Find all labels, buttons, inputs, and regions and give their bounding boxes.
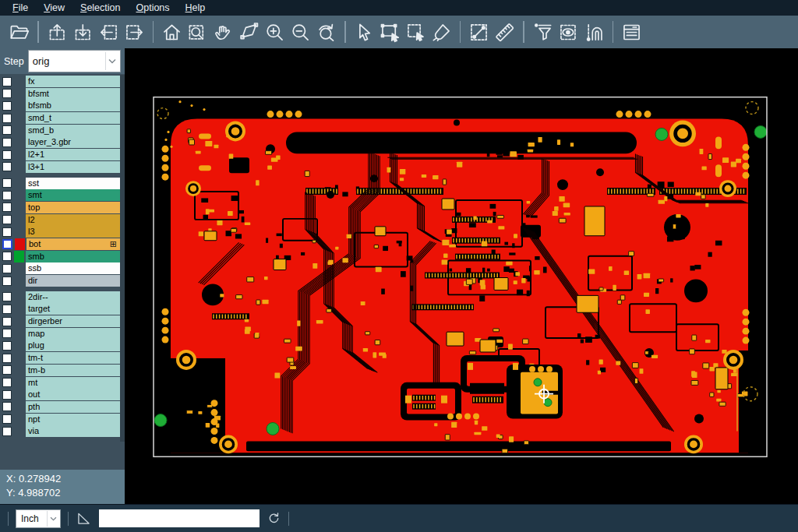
layer-row-bfsmb[interactable]: bfsmb: [0, 100, 120, 111]
layer-row-ssb[interactable]: ssb: [0, 262, 120, 274]
clear-brush-button[interactable]: [429, 18, 454, 46]
measure-ruler-button[interactable]: [492, 18, 517, 46]
layer-checkbox[interactable]: [2, 329, 12, 338]
import-step-down-button[interactable]: [70, 18, 96, 46]
layer-checkbox[interactable]: [2, 390, 12, 400]
layer-row-dirgerber[interactable]: dirgerber: [0, 315, 120, 327]
layer-color-swatch: [14, 112, 24, 124]
refresh-icon[interactable]: [267, 511, 281, 526]
command-input[interactable]: [99, 509, 260, 527]
toolbar-separator: [153, 21, 154, 43]
zoom-previous-button[interactable]: [313, 18, 339, 46]
menu-file[interactable]: File: [5, 0, 36, 16]
snap-angle-icon[interactable]: [76, 510, 92, 527]
layer-checkbox[interactable]: [2, 402, 12, 411]
layer-row-l2[interactable]: l2: [0, 214, 120, 226]
pcb-drawing[interactable]: [125, 48, 798, 504]
layer-row-dir[interactable]: dir: [0, 275, 120, 287]
zoom-in-button[interactable]: [262, 18, 288, 46]
layer-checkbox[interactable]: [2, 264, 12, 273]
layer-checkbox[interactable]: [2, 277, 12, 286]
select-rectangle-button[interactable]: [377, 18, 403, 46]
menu-view[interactable]: View: [36, 0, 72, 16]
open-file-button[interactable]: [6, 18, 32, 46]
layer-checkbox[interactable]: [2, 203, 12, 212]
select-cursor-button[interactable]: [351, 18, 377, 46]
layer-row-mt[interactable]: mt: [0, 377, 120, 389]
layer-checkbox[interactable]: [2, 378, 12, 387]
layer-checkbox[interactable]: [2, 162, 12, 171]
layer-row-npt[interactable]: npt: [0, 414, 120, 425]
zoom-out-button[interactable]: [288, 18, 313, 46]
layer-label: map: [26, 328, 120, 340]
layer-row-2dir-[interactable]: 2dir--: [0, 291, 120, 303]
cursor-coordinates: X: 0.278942 Y: 4.988702: [0, 470, 125, 504]
snap-path-button[interactable]: [581, 18, 607, 46]
select-group-button[interactable]: [403, 18, 429, 46]
pcb-canvas[interactable]: [125, 48, 798, 504]
layer-row-tm-b[interactable]: tm-b: [0, 365, 120, 376]
layer-checkbox[interactable]: [2, 354, 12, 363]
layer-row-smt[interactable]: smt: [0, 189, 120, 201]
layer-row-l3[interactable]: l3: [0, 226, 120, 238]
layer-checkbox[interactable]: [2, 178, 12, 188]
layer-row-via[interactable]: via: [0, 425, 120, 437]
layer-row-bfsmt[interactable]: bfsmt: [0, 88, 120, 100]
layer-row-layer-3-gbr[interactable]: layer_3.gbr: [0, 136, 120, 148]
shift-left-button[interactable]: [96, 18, 122, 46]
sidebar-spacer: [0, 438, 125, 470]
report-form-button[interactable]: [619, 18, 644, 46]
layer-checkbox[interactable]: [2, 292, 12, 301]
layer-checkbox[interactable]: [2, 215, 12, 224]
filter-funnel-button[interactable]: [530, 18, 556, 46]
menu-help[interactable]: Help: [178, 0, 214, 16]
layer-checkbox[interactable]: [2, 89, 12, 98]
layer-row-target[interactable]: target: [0, 303, 120, 315]
menu-selection[interactable]: Selection: [72, 0, 128, 16]
layer-checkbox[interactable]: [2, 341, 12, 351]
menu-options[interactable]: Options: [128, 0, 177, 16]
layer-checkbox[interactable]: [2, 191, 12, 200]
layer-checkbox[interactable]: [2, 77, 12, 86]
layer-row-fx[interactable]: fx: [0, 76, 120, 87]
layer-row-sst[interactable]: sst: [0, 178, 120, 189]
layer-checkbox[interactable]: [2, 150, 12, 160]
layer-row-map[interactable]: map: [0, 328, 120, 340]
layer-checkbox[interactable]: [2, 239, 12, 249]
home-view-button[interactable]: [159, 18, 185, 46]
layer-checkbox[interactable]: [2, 414, 12, 424]
layer-checkbox[interactable]: [2, 138, 12, 147]
shift-right-button[interactable]: [122, 18, 147, 46]
layer-color-swatch: [14, 76, 24, 87]
layer-checkbox[interactable]: [2, 125, 12, 135]
layer-checkbox[interactable]: [2, 252, 12, 261]
layer-row-l2-1[interactable]: l2+1: [0, 149, 120, 160]
show-selection-button[interactable]: [556, 18, 581, 46]
layer-row-tm-t[interactable]: tm-t: [0, 352, 120, 364]
unit-select[interactable]: Inch: [16, 509, 61, 528]
measure-distance-button[interactable]: [466, 18, 492, 46]
layer-checkbox[interactable]: [2, 305, 12, 314]
layer-row-l3-1[interactable]: l3+1: [0, 161, 120, 173]
layer-checkbox[interactable]: [2, 101, 12, 111]
layer-row-out[interactable]: out: [0, 389, 120, 400]
zoom-area-button[interactable]: [236, 18, 262, 46]
layer-row-smb[interactable]: smb: [0, 251, 120, 262]
layer-row-pth[interactable]: pth: [0, 401, 120, 413]
pan-hand-button[interactable]: [210, 18, 236, 46]
layer-checkbox[interactable]: [2, 365, 12, 375]
layer-checkbox[interactable]: [2, 114, 12, 123]
export-step-up-button[interactable]: [44, 18, 70, 46]
layer-row-top[interactable]: top: [0, 202, 120, 213]
layer-checkbox[interactable]: [2, 427, 12, 436]
layer-row-plug[interactable]: plug: [0, 340, 120, 351]
layer-row-smd-t[interactable]: smd_t: [0, 112, 120, 124]
step-select[interactable]: orig: [28, 50, 121, 72]
layer-checkbox[interactable]: [2, 227, 12, 237]
layer-checkbox[interactable]: [2, 317, 12, 326]
layer-row-bot[interactable]: bot⊞: [0, 238, 120, 250]
layer-label: dir: [26, 275, 120, 287]
statusbar-separator: [68, 512, 69, 526]
zoom-window-button[interactable]: [185, 18, 210, 46]
layer-row-smd-b[interactable]: smd_b: [0, 125, 120, 136]
